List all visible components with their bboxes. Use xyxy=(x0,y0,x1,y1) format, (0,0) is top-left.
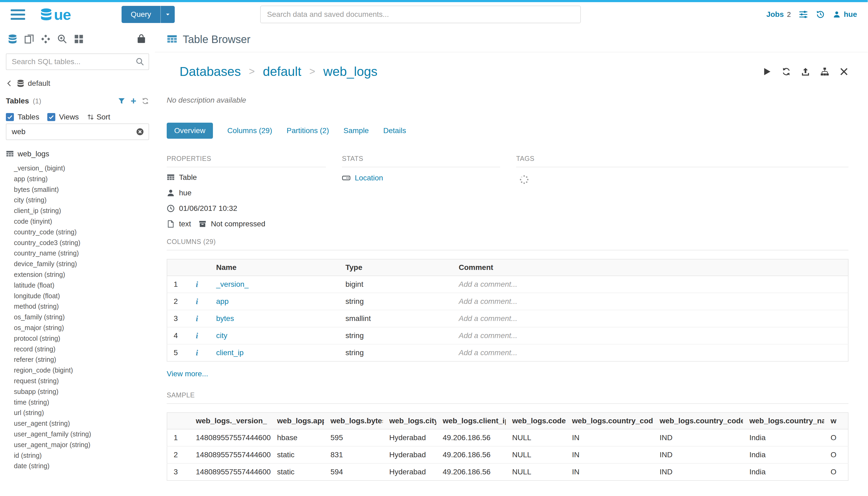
column-comment[interactable]: Add a comment... xyxy=(452,344,848,361)
tab-item[interactable]: Details xyxy=(383,126,406,135)
info-icon[interactable]: i xyxy=(189,293,210,310)
diamonds-icon[interactable] xyxy=(41,34,51,44)
funnel-icon[interactable] xyxy=(118,97,125,105)
column-comment[interactable]: Add a comment... xyxy=(452,310,848,327)
jobs-link[interactable]: Jobs xyxy=(766,10,784,19)
checkbox-views-label[interactable]: Views xyxy=(59,113,79,121)
sidebar-column-item[interactable]: device_family (string) xyxy=(6,259,149,269)
sidebar-column-item[interactable]: os_major (string) xyxy=(6,323,149,333)
plus-icon[interactable]: + xyxy=(131,97,136,105)
sidebar-column-item[interactable]: request (string) xyxy=(6,376,149,386)
refresh-icon[interactable] xyxy=(142,97,149,105)
hamburger-icon[interactable] xyxy=(11,7,25,22)
sidebar-column-item[interactable]: _version_ (bigint) xyxy=(6,163,149,174)
database-icon[interactable] xyxy=(7,34,18,44)
columns-header-name[interactable]: Name xyxy=(210,259,339,276)
columns-header-type[interactable]: Type xyxy=(339,259,452,276)
sidebar-column-item[interactable]: os_family (string) xyxy=(6,312,149,323)
checkbox-views[interactable] xyxy=(47,113,55,121)
database-breadcrumb[interactable]: default xyxy=(6,79,149,88)
breadcrumb-link[interactable]: web_logs xyxy=(323,64,378,79)
column-comment[interactable]: Add a comment... xyxy=(452,276,848,293)
sample-header-cell[interactable]: web_logs.country_name xyxy=(743,413,824,429)
sample-header-cell[interactable]: web_logs._version_ xyxy=(189,413,271,429)
sample-header-cell[interactable]: web_logs.client_ip xyxy=(436,413,506,429)
tab-overview[interactable]: Overview xyxy=(167,123,213,139)
sidebar-column-item[interactable]: subapp (string) xyxy=(6,386,149,397)
query-button[interactable]: Query xyxy=(122,6,174,23)
column-name-link[interactable]: app xyxy=(216,297,229,306)
query-button-label[interactable]: Query xyxy=(122,6,160,23)
user-menu[interactable]: hue xyxy=(833,10,857,19)
sidebar-column-item[interactable]: user_agent (string) xyxy=(6,418,149,429)
query-dropdown-toggle[interactable] xyxy=(160,6,175,23)
tab-item[interactable]: Sample xyxy=(343,126,369,135)
column-comment[interactable]: Add a comment... xyxy=(452,327,848,344)
info-icon[interactable]: i xyxy=(189,276,210,293)
sidebar-column-item[interactable]: country_name (string) xyxy=(6,248,149,259)
sidebar-column-item[interactable]: method (string) xyxy=(6,301,149,312)
chevron-left-icon[interactable] xyxy=(6,80,13,87)
sidebar-column-item[interactable]: bytes (smallint) xyxy=(6,184,149,195)
sample-header-cell[interactable]: web_logs.country_code xyxy=(566,413,653,429)
column-comment[interactable]: Add a comment... xyxy=(452,293,848,310)
breadcrumb-link[interactable]: default xyxy=(263,64,301,79)
checkbox-tables-label[interactable]: Tables xyxy=(18,113,39,121)
info-icon[interactable]: i xyxy=(189,344,210,361)
sidebar-column-item[interactable]: date (string) xyxy=(6,461,149,471)
sidebar-column-item[interactable]: user_agent_major (string) xyxy=(6,439,149,450)
sitemap-icon[interactable] xyxy=(820,67,829,76)
sidebar-table-web-logs[interactable]: web_logs xyxy=(6,150,149,158)
info-icon[interactable]: i xyxy=(189,327,210,344)
sample-header-cell[interactable]: web_logs.app xyxy=(271,413,324,429)
search-icon[interactable] xyxy=(136,58,144,66)
upload-icon[interactable] xyxy=(801,67,810,76)
sidebar-column-item[interactable]: id (string) xyxy=(6,450,149,461)
sidebar-column-item[interactable]: user_agent_family (string) xyxy=(6,429,149,439)
play-icon[interactable] xyxy=(762,67,772,76)
sample-header-cell[interactable]: web_logs.city xyxy=(383,413,436,429)
view-more-link[interactable]: View more... xyxy=(167,370,208,378)
table-filter-input[interactable] xyxy=(6,123,149,140)
sidebar-column-item[interactable]: country_code (string) xyxy=(6,227,149,237)
sidebar-column-item[interactable]: record (string) xyxy=(6,344,149,355)
column-name-link[interactable]: _version_ xyxy=(216,280,249,288)
sidebar-search-input[interactable] xyxy=(6,53,149,70)
sliders-icon[interactable] xyxy=(799,10,808,19)
sidebar-column-item[interactable]: latitude (float) xyxy=(6,280,149,291)
history-icon[interactable] xyxy=(816,10,825,19)
sample-header-cell[interactable]: web_logs.country_code3 xyxy=(653,413,743,429)
bag-icon[interactable] xyxy=(136,34,146,44)
column-name-link[interactable]: city xyxy=(216,331,227,340)
info-icon[interactable]: i xyxy=(189,310,210,327)
location-link[interactable]: Location xyxy=(355,174,383,182)
sort-toggle[interactable]: Sort xyxy=(87,113,110,121)
checkbox-tables[interactable] xyxy=(6,113,14,121)
sidebar-column-item[interactable]: time (string) xyxy=(6,397,149,408)
grid-icon[interactable] xyxy=(74,34,84,44)
sidebar-column-item[interactable]: protocol (string) xyxy=(6,333,149,344)
sidebar-column-item[interactable]: country_code3 (string) xyxy=(6,237,149,248)
sample-header-cell[interactable]: w xyxy=(824,413,848,429)
breadcrumb-link[interactable]: Databases xyxy=(179,64,241,79)
sidebar-column-item[interactable]: city (string) xyxy=(6,195,149,205)
sidebar-column-item[interactable]: client_ip (string) xyxy=(6,205,149,216)
refresh-icon[interactable] xyxy=(782,67,791,76)
sidebar-column-item[interactable]: url (string) xyxy=(6,407,149,418)
sidebar-column-item[interactable]: extension (string) xyxy=(6,269,149,280)
column-name-link[interactable]: client_ip xyxy=(216,348,244,357)
tab-item[interactable]: Partitions (2) xyxy=(287,126,329,135)
close-icon[interactable] xyxy=(839,67,849,76)
sidebar-column-item[interactable]: app (string) xyxy=(6,174,149,184)
sidebar-column-item[interactable]: region_code (bigint) xyxy=(6,365,149,376)
column-name-link[interactable]: bytes xyxy=(216,314,234,323)
sidebar-column-item[interactable]: referer (string) xyxy=(6,354,149,365)
documents-icon[interactable] xyxy=(24,34,34,44)
columns-header-comment[interactable]: Comment xyxy=(452,259,848,276)
tab-item[interactable]: Columns (29) xyxy=(227,126,272,135)
hue-logo[interactable]: ue xyxy=(40,6,71,23)
sidebar-column-item[interactable]: code (tinyint) xyxy=(6,216,149,227)
sample-header-cell[interactable]: web_logs.code xyxy=(506,413,566,429)
sample-header-cell[interactable]: web_logs.bytes xyxy=(324,413,383,429)
global-search-input[interactable] xyxy=(260,5,581,23)
